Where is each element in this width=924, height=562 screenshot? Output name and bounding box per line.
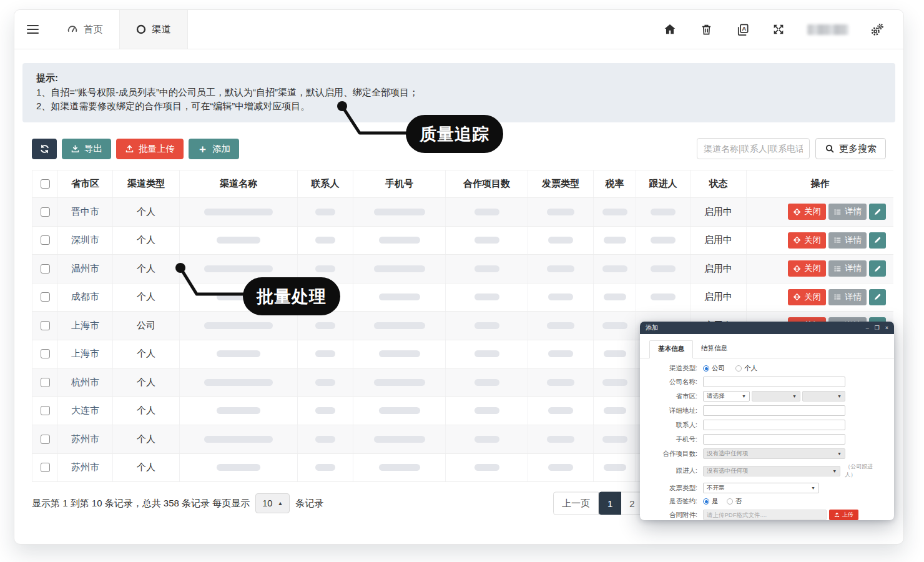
row-checkbox[interactable] bbox=[41, 378, 50, 387]
row-checkbox[interactable] bbox=[41, 406, 50, 415]
column-header-6: 合作项目数 bbox=[446, 170, 528, 197]
details-action-button[interactable]: 详情 bbox=[828, 289, 867, 305]
tab-home[interactable]: 首页 bbox=[51, 10, 119, 49]
add-button[interactable]: ＋ 添加 bbox=[189, 139, 239, 159]
prev-page-button[interactable]: 上一页 bbox=[553, 492, 599, 515]
details-action-button[interactable]: 详情 bbox=[828, 260, 867, 277]
refresh-button[interactable] bbox=[32, 139, 57, 159]
radio-person-label: 个人 bbox=[744, 364, 757, 373]
minimize-icon[interactable]: – bbox=[866, 325, 869, 331]
column-header-3: 渠道名称 bbox=[180, 170, 298, 197]
cell-actions: 关闭 详情 bbox=[747, 198, 893, 226]
details-action-button[interactable]: 详情 bbox=[828, 232, 867, 249]
fullscreen-icon[interactable] bbox=[771, 22, 786, 37]
close-action-button[interactable]: 关闭 bbox=[788, 232, 826, 249]
projects-select[interactable]: 没有选中任何项▼ bbox=[703, 448, 845, 459]
tab-basic-info[interactable]: 基本信息 bbox=[649, 340, 693, 358]
edit-action-button[interactable] bbox=[869, 289, 886, 305]
redacted-pill bbox=[315, 322, 335, 329]
cell-invoice-type bbox=[528, 227, 594, 255]
page-button-1[interactable]: 1 bbox=[599, 492, 621, 515]
cell-follower bbox=[636, 255, 691, 283]
cell-tax-rate bbox=[594, 198, 636, 226]
edit-action-button[interactable] bbox=[869, 232, 886, 249]
contact-input[interactable] bbox=[703, 420, 845, 430]
row-checkbox[interactable] bbox=[41, 292, 50, 302]
cell-tax-rate bbox=[594, 454, 636, 482]
row-checkbox[interactable] bbox=[41, 321, 50, 330]
city-select[interactable]: ▼ bbox=[752, 391, 800, 402]
cell-channel-type: 个人 bbox=[113, 198, 180, 226]
export-button[interactable]: 导出 bbox=[62, 139, 111, 159]
follower-select[interactable]: 没有选中任何项▼ bbox=[703, 466, 840, 476]
cell-tax-rate bbox=[594, 283, 636, 312]
cell-invoice-type bbox=[528, 425, 594, 453]
row-checkbox[interactable] bbox=[41, 235, 50, 245]
diamond-code-icon bbox=[793, 236, 801, 244]
redacted-pill bbox=[379, 464, 420, 471]
row-checkbox[interactable] bbox=[41, 264, 50, 274]
maximize-icon[interactable]: ❐ bbox=[875, 325, 880, 331]
company-name-input[interactable] bbox=[703, 377, 845, 387]
cell-invoice-type bbox=[528, 397, 594, 425]
tab-channel[interactable]: 渠道 bbox=[119, 10, 188, 49]
redacted-pill bbox=[315, 464, 335, 471]
row-checkbox[interactable] bbox=[41, 435, 50, 444]
province-select[interactable]: 请选择▼ bbox=[703, 391, 750, 402]
caret-down-icon: ▼ bbox=[834, 394, 842, 398]
cell-city: 苏州市 bbox=[58, 454, 113, 482]
cell-contact bbox=[298, 454, 353, 482]
row-checkbox[interactable] bbox=[41, 463, 50, 472]
address-input[interactable] bbox=[703, 405, 845, 416]
close-action-button[interactable]: 关闭 bbox=[788, 204, 826, 220]
home-icon[interactable] bbox=[662, 22, 677, 37]
per-page-select[interactable]: 10 ▲ bbox=[255, 493, 290, 513]
cell-projects bbox=[446, 227, 528, 255]
phone-input[interactable] bbox=[703, 434, 845, 445]
cell-channel-name bbox=[180, 454, 298, 482]
details-action-button[interactable]: 详情 bbox=[828, 204, 867, 220]
select-all-checkbox[interactable] bbox=[41, 179, 50, 189]
pagination-summary-prefix: 显示第 1 到第 10 条记录，总共 358 条记录 每页显示 bbox=[32, 498, 250, 510]
attachment-input[interactable] bbox=[703, 510, 827, 520]
redacted-pill bbox=[204, 379, 273, 386]
edit-action-button[interactable] bbox=[869, 260, 886, 277]
cell-follower bbox=[636, 227, 691, 255]
radio-no[interactable]: 否 bbox=[727, 497, 742, 506]
upload-button[interactable]: 上传 bbox=[829, 510, 858, 520]
pagination-summary-suffix: 条记录 bbox=[295, 498, 323, 510]
cell-channel-type: 个人 bbox=[113, 397, 180, 425]
row-checkbox[interactable] bbox=[41, 349, 50, 358]
radio-yes[interactable]: 是 bbox=[703, 497, 719, 506]
close-icon[interactable]: × bbox=[885, 325, 888, 331]
row-checkbox[interactable] bbox=[41, 207, 50, 217]
tab-settlement-info[interactable]: 结算信息 bbox=[693, 340, 735, 358]
search-input[interactable] bbox=[697, 138, 810, 159]
radio-company[interactable]: 公司 bbox=[703, 364, 725, 373]
cell-phone bbox=[353, 255, 446, 283]
close-action-button[interactable]: 关闭 bbox=[788, 260, 826, 277]
more-search-button[interactable]: 更多搜索 bbox=[815, 138, 886, 159]
table-row: 成都市 个人 启用中 关闭 详情 bbox=[32, 283, 893, 312]
redacted-pill bbox=[604, 407, 626, 414]
trash-icon[interactable] bbox=[699, 22, 714, 37]
redacted-pill bbox=[547, 379, 574, 386]
cell-city: 苏州市 bbox=[58, 425, 113, 453]
cell-city: 温州市 bbox=[58, 255, 113, 283]
redacted-pill bbox=[217, 350, 260, 357]
redacted-pill bbox=[315, 265, 335, 272]
cell-actions: 关闭 详情 bbox=[747, 255, 893, 283]
menu-toggle-button[interactable] bbox=[14, 10, 51, 49]
invoice-select[interactable]: 不开票▼ bbox=[703, 483, 819, 493]
user-name-blurred[interactable] bbox=[807, 24, 848, 35]
district-select[interactable]: ▼ bbox=[802, 391, 845, 402]
invoice-label: 发票类型: bbox=[651, 484, 697, 493]
modal-titlebar[interactable]: 添加 – ❐ × bbox=[640, 322, 894, 334]
close-action-button[interactable]: 关闭 bbox=[788, 289, 826, 305]
edit-action-button[interactable] bbox=[869, 204, 886, 220]
bulk-upload-button[interactable]: 批量上传 bbox=[116, 139, 184, 159]
translate-icon[interactable]: A bbox=[735, 22, 750, 37]
radio-person[interactable]: 个人 bbox=[735, 364, 757, 373]
gears-icon[interactable] bbox=[870, 22, 885, 37]
column-header-1: 省市区 bbox=[58, 170, 113, 197]
